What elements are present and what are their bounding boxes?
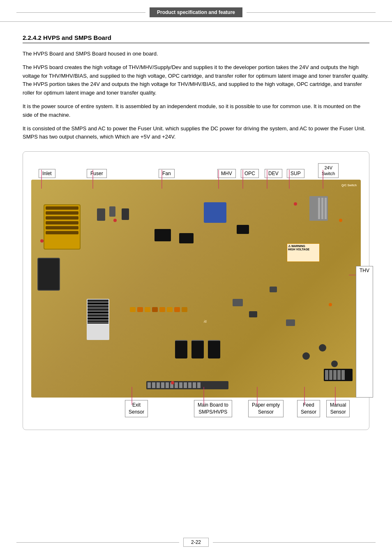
- comp-mid-2: [249, 311, 257, 317]
- paragraph-1: The HVPS Board and SMPS Board housed in …: [23, 50, 369, 58]
- bar-12: [88, 317, 108, 317]
- bar-11: [88, 315, 108, 316]
- component-coil-1: [46, 206, 78, 210]
- conn-pin-5: [166, 382, 169, 388]
- paragraph-4: It is consisted of the SMPS and AC to po…: [23, 125, 369, 142]
- cap-large-2: [191, 340, 204, 358]
- bar-15: [88, 321, 108, 322]
- paragraph-3: It is the power source of entire system.…: [23, 102, 369, 120]
- bar-16: [88, 323, 108, 324]
- conn-r-4: [337, 370, 341, 380]
- page-container: Product specification and feature 2.2.4.…: [0, 0, 392, 555]
- connector-strip-bottom: [146, 381, 228, 389]
- conn-pin-10: [188, 382, 191, 388]
- resistor-6: [167, 307, 173, 312]
- resistors-row: [130, 307, 212, 312]
- comp-small-1: [97, 208, 105, 221]
- resistor-2: [137, 307, 143, 312]
- label-opc: OPC: [241, 169, 259, 178]
- resistor-4: [152, 307, 158, 312]
- board-area: THV: [31, 180, 361, 398]
- comp-round-2: [319, 344, 326, 352]
- heatsink-fin-1: [325, 198, 327, 219]
- ic-chip-3: [237, 225, 249, 234]
- dot-orange-1: [339, 219, 342, 222]
- comp-mid-4: [286, 319, 295, 326]
- conn-r-3: [333, 370, 337, 380]
- component-coil-3: [46, 216, 78, 220]
- conn-pin-11: [193, 382, 196, 388]
- conn-pin-9: [184, 382, 187, 388]
- pcb-background: ⚠ WARNINGHIGH VOLTAGE Q/C Switch: [31, 180, 361, 398]
- barcode-component: [87, 299, 109, 340]
- content-area: 2.2.4.2 HVPS and SMPS Board The HVPS Boa…: [0, 22, 392, 446]
- cap-large-3: [208, 340, 220, 358]
- label-fan: Fan: [159, 169, 175, 178]
- bar-13: [88, 318, 108, 319]
- comp-round-3: [331, 361, 338, 367]
- resistor-3: [145, 307, 150, 312]
- section-heading: 2.2.4.2 HVPS and SMPS Board: [23, 34, 369, 43]
- bottom-labels-row: ExitSensor Main Board toSMPS/HVPS Paper …: [31, 400, 361, 421]
- comp-mid-1: [233, 299, 243, 306]
- footer-right-line: [213, 542, 376, 543]
- component-coil-5: [46, 226, 78, 229]
- board-number: i6: [204, 319, 207, 324]
- ic-chip-2: [179, 233, 194, 243]
- bar-4: [88, 305, 108, 305]
- label-manual-sensor: ManualSensor: [326, 400, 350, 417]
- bar-14: [88, 320, 108, 321]
- label-feed-sensor: FeedSensor: [297, 400, 320, 417]
- component-cap-blue: [204, 202, 226, 223]
- dot-red-2: [113, 219, 117, 222]
- label-inlet: Inlet: [39, 169, 55, 178]
- warning-label: ⚠ WARNINGHIGH VOLTAGE: [287, 243, 320, 262]
- bar-5: [88, 306, 108, 307]
- label-main-board: Main Board toSMPS/HVPS: [194, 400, 232, 417]
- comp-small-2: [109, 206, 115, 217]
- label-mhv: MHV: [217, 169, 236, 178]
- label-24v-switch: 24VSwitch: [318, 163, 339, 178]
- dot-red-1: [40, 239, 44, 243]
- heatsink-fin-2: [321, 198, 323, 219]
- conn-pin-7: [175, 382, 178, 388]
- header-right-line: [247, 12, 376, 13]
- resistor-7: [174, 307, 180, 312]
- resistor-1: [130, 307, 136, 312]
- connector-right-bottom: [324, 369, 353, 381]
- bar-7: [88, 309, 108, 310]
- label-sup: SUP: [287, 169, 304, 178]
- bar-9: [88, 312, 108, 313]
- label-dev: DEV: [265, 169, 282, 178]
- footer: 2-22: [0, 538, 392, 547]
- header-left-line: [16, 12, 145, 13]
- conn-pin-3: [157, 382, 160, 388]
- top-labels-row: Inlet Fuser Fan MHV OPC DEV SUP: [31, 160, 361, 178]
- conn-pin-2: [152, 382, 155, 388]
- conn-r-5: [341, 370, 345, 380]
- bar-3: [88, 303, 108, 304]
- comp-small-3: [122, 208, 129, 220]
- label-thv: THV: [356, 266, 373, 398]
- comp-mid-3: [270, 287, 277, 292]
- cap-large-1: [175, 340, 187, 358]
- board-diagram: Inlet Fuser Fan MHV OPC DEV SUP: [23, 151, 369, 430]
- bar-10: [88, 314, 108, 314]
- component-coil-2: [46, 211, 78, 215]
- bar-8: [88, 310, 108, 311]
- conn-r-1: [325, 370, 328, 380]
- resistor-8: [182, 307, 187, 312]
- resistor-5: [159, 307, 165, 312]
- conn-pin-8: [179, 382, 182, 388]
- board-label: Q/C Switch: [341, 184, 357, 187]
- header-title: Product specification and feature: [150, 7, 242, 17]
- component-coil-6: [46, 231, 78, 234]
- pcb-image: ⚠ WARNINGHIGH VOLTAGE Q/C Switch: [31, 180, 361, 398]
- label-exit-sensor: ExitSensor: [125, 400, 148, 417]
- comp-round-1: [302, 352, 310, 360]
- component-coil-4: [46, 221, 78, 224]
- dot-orange-2: [329, 303, 332, 306]
- heatsink-fin-3: [318, 198, 320, 219]
- footer-left-line: [16, 542, 179, 543]
- bar-6: [88, 308, 108, 308]
